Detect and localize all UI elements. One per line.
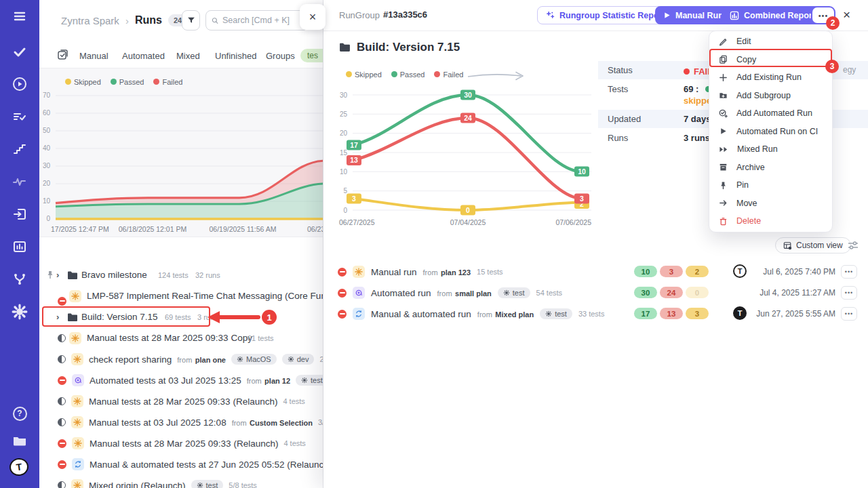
from-plan[interactable]: plan one <box>195 356 226 364</box>
runs-label: Runs <box>608 133 628 143</box>
panel-close-button[interactable]: × <box>300 4 326 30</box>
profile-avatar[interactable]: T <box>9 458 28 476</box>
chevron-right-icon[interactable]: › <box>56 270 59 280</box>
run-title[interactable]: Manual & automated run <box>371 309 471 319</box>
combined-report-button[interactable]: Combined Report <box>722 6 823 24</box>
menu-item-move[interactable]: Move <box>709 195 832 213</box>
row-more-button[interactable]: ••• <box>841 307 857 321</box>
svg-text:06/19/2025 11:56 AM: 06/19/2025 11:56 AM <box>209 225 276 233</box>
menu-item-pin[interactable]: Pin <box>709 176 832 195</box>
svg-text:17: 17 <box>350 141 358 149</box>
menu-item-edit[interactable]: Edit <box>709 33 832 51</box>
steps-icon[interactable] <box>0 137 39 161</box>
list-item-run[interactable]: Manual tests at 28 Mar 2025 09:33 (Relau… <box>39 434 323 453</box>
analytics-icon[interactable] <box>0 235 39 259</box>
run-title[interactable]: check report sharing <box>89 354 172 365</box>
status-progress-icon <box>58 355 66 363</box>
breadcrumb: Zyntra Spark › Runs 243 <box>61 14 191 26</box>
pencil-icon <box>719 37 728 46</box>
list-item-run[interactable]: check report sharing from plan one MacOS… <box>39 350 323 369</box>
row-more-button[interactable]: ••• <box>841 286 857 300</box>
list-item-run[interactable]: Automated tests at 03 Jul 2025 13:25 fro… <box>39 371 323 390</box>
legend-failed-dot <box>153 79 159 85</box>
list-check-icon[interactable] <box>0 104 39 129</box>
status-blocked-icon <box>338 289 347 298</box>
filter-button[interactable] <box>182 10 200 30</box>
run-title[interactable]: Manual tests at 03 Jul 2025 12:08 <box>89 418 226 428</box>
env-badge: dev <box>282 354 315 365</box>
pagination-arrow-icon[interactable] <box>467 69 529 83</box>
list-item-run[interactable]: Manual tests at 28 Mar 2025 09:33 (Relau… <box>39 392 323 411</box>
from-plan[interactable]: small plan <box>455 289 492 298</box>
assignee-avatar[interactable]: T <box>733 306 747 320</box>
tab-filter-badge[interactable]: tes <box>300 49 323 62</box>
menu-item-add-existing-run[interactable]: Add Existing Run <box>709 68 832 87</box>
projects-folder-icon[interactable] <box>0 428 39 453</box>
run-title[interactable]: Automated tests at 03 Jul 2025 13:25 <box>90 375 241 386</box>
help-icon[interactable]: ? <box>0 401 39 426</box>
run-title[interactable]: Automated run <box>371 288 431 298</box>
skipped-pill: 3 <box>686 308 709 319</box>
search-box <box>205 10 309 30</box>
menu-item-archive[interactable]: Archive <box>709 159 832 177</box>
annotation-step-3: 3 <box>825 60 839 73</box>
from-plan[interactable]: Custom Selection <box>250 419 313 427</box>
play-circle-icon[interactable] <box>0 72 39 96</box>
filter-sliders-icon[interactable] <box>848 241 859 250</box>
status-label: Status <box>608 65 633 75</box>
menu-item-delete[interactable]: Delete <box>709 212 832 230</box>
list-item-run[interactable]: Manual & automated tests at 27 Jun 2025 … <box>39 455 323 474</box>
tab-manual[interactable]: Manual <box>79 51 108 61</box>
branch-merge-icon[interactable] <box>0 267 39 291</box>
list-item-run[interactable]: Manual tests at 03 Jul 2025 12:08 from C… <box>39 413 323 432</box>
svg-text:3: 3 <box>580 195 584 203</box>
rungroup-statistic-report-button[interactable]: Rungroup Statistic Report <box>537 6 674 24</box>
manual-run-icon <box>71 479 83 488</box>
from-plan[interactable]: plan 12 <box>264 377 290 385</box>
run-title[interactable]: Mixed origin (Relaunch) <box>89 481 186 488</box>
list-item-group-bravo[interactable]: › Bravo milestone 124 tests 32 runs <box>39 266 323 285</box>
manual-run-button[interactable]: Manual Run <box>655 6 732 24</box>
menu-item-automated-run-ci[interactable]: Automated Run on CI <box>709 123 832 141</box>
run-meta-tests: 33 tests <box>578 310 605 318</box>
import-box-icon[interactable] <box>0 202 39 226</box>
run-title[interactable]: Manual run <box>371 267 417 277</box>
from-plan[interactable]: plan 123 <box>441 268 471 277</box>
breadcrumb-project[interactable]: Zyntra Spark <box>61 15 119 26</box>
breadcrumb-section[interactable]: Runs <box>135 14 162 26</box>
menu-item-mixed-run[interactable]: Mixed Run <box>709 140 832 159</box>
settings-gear-icon[interactable] <box>0 300 39 324</box>
menu-item-add-automated-run[interactable]: Add Automated Run <box>709 104 832 123</box>
menu-item-add-subgroup[interactable]: Add Subgroup <box>709 87 832 105</box>
group-title[interactable]: Bravo milestone <box>81 270 147 280</box>
manual-run-icon <box>69 290 81 302</box>
tab-automated[interactable]: Automated <box>122 51 165 61</box>
list-item-run[interactable]: Manual tests at 28 Mar 2025 09:33 Copy 6… <box>39 329 323 348</box>
run-title[interactable]: Manual tests at 28 Mar 2025 09:33 (Relau… <box>90 439 278 449</box>
status-progress-icon <box>58 397 66 405</box>
run-title[interactable]: LMP-587 Implement Real-Time Chat Messagi… <box>87 291 323 301</box>
manual-run-icon <box>72 437 84 449</box>
tasks-check-icon[interactable] <box>0 39 39 64</box>
tab-unfinished[interactable]: Unfinished <box>215 51 256 61</box>
drawer-close-icon[interactable]: × <box>843 7 850 22</box>
sparkles-icon <box>546 11 555 20</box>
assignee-avatar[interactable]: T <box>733 264 747 278</box>
row-more-button[interactable]: ••• <box>841 265 857 279</box>
tab-groups[interactable]: Groups <box>266 51 295 61</box>
run-title[interactable]: Manual tests at 28 Mar 2025 09:33 (Relau… <box>89 396 277 407</box>
list-item-run[interactable]: LMP-587 Implement Real-Time Chat Messagi… <box>39 287 323 306</box>
pulse-icon[interactable] <box>0 169 39 194</box>
run-title[interactable]: Manual tests at 28 Mar 2025 09:33 Copy <box>87 333 252 343</box>
list-item-run[interactable]: Mixed origin (Relaunch) test 5/8 tests <box>39 476 323 488</box>
custom-view-button[interactable]: Custom view <box>775 237 851 253</box>
svg-text:07/04/2025: 07/04/2025 <box>450 218 486 226</box>
tab-mixed[interactable]: Mixed <box>176 51 200 61</box>
menu-icon[interactable] <box>0 4 39 28</box>
legend-skipped-label: Skipped <box>355 70 382 79</box>
from-plan[interactable]: Mixed plan <box>495 310 534 319</box>
runs-copy-icon[interactable] <box>57 49 68 63</box>
status-blocked-icon <box>338 268 347 277</box>
run-title[interactable]: Manual & automated tests at 27 Jun 2025 … <box>90 460 323 470</box>
search-input[interactable] <box>222 16 302 25</box>
